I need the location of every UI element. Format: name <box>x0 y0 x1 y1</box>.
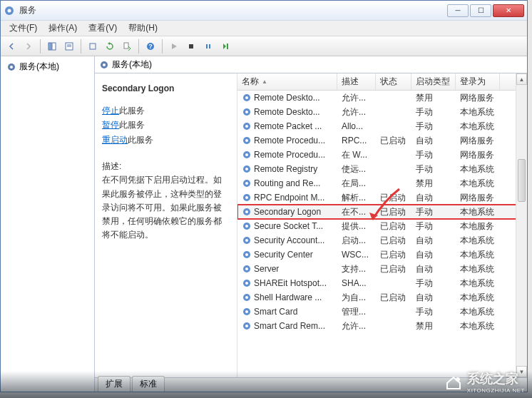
toolbar: ? <box>1 36 527 56</box>
col-name[interactable]: 名称▲ <box>237 73 337 90</box>
gear-icon <box>6 62 16 72</box>
svg-point-32 <box>245 182 248 185</box>
svg-rect-2 <box>48 43 51 50</box>
pause-service-button[interactable] <box>200 39 216 54</box>
menubar: 文件(F) 操作(A) 查看(V) 帮助(H) <box>1 21 527 36</box>
table-row[interactable]: Secure Socket T...提供...已启动手动本地服务 <box>237 219 527 233</box>
svg-point-16 <box>10 66 13 68</box>
restart-service-button[interactable] <box>218 39 233 54</box>
svg-rect-12 <box>206 44 208 49</box>
list-header: 名称▲ 描述 状态 启动类型 登录为 <box>237 73 527 91</box>
svg-point-22 <box>245 111 248 113</box>
svg-point-26 <box>245 139 248 142</box>
content-pane: 服务(本地) Secondary Logon 停止此服务 暂停此服务 重启动此服… <box>95 56 527 392</box>
table-row[interactable]: Remote Procedu...在 W...手动网络服务 <box>237 148 527 162</box>
svg-rect-7 <box>90 44 96 49</box>
table-row[interactable]: Routing and Re...在局...禁用本地系统 <box>237 176 527 190</box>
vertical-scrollbar[interactable]: ▲ ▼ <box>516 73 527 377</box>
col-desc[interactable]: 描述 <box>337 73 376 90</box>
table-row[interactable]: Smart Card Rem...允许...禁用本地系统 <box>237 319 527 333</box>
svg-point-38 <box>245 225 248 228</box>
close-button[interactable]: ✕ <box>493 4 524 17</box>
table-row[interactable]: Remote Deskto...允许...手动本地系统 <box>237 105 527 119</box>
table-row[interactable]: Remote Registry使远...手动本地系统 <box>237 162 527 176</box>
tree-item-services-local[interactable]: 服务(本地) <box>4 59 91 74</box>
svg-point-18 <box>103 63 106 66</box>
scroll-up-button[interactable]: ▲ <box>516 73 527 85</box>
menu-file[interactable]: 文件(F) <box>4 21 43 36</box>
svg-point-46 <box>245 282 248 285</box>
minimize-button[interactable]: ─ <box>447 4 469 17</box>
table-row[interactable]: Security CenterWSC...已启动自动本地系统 <box>237 248 527 262</box>
watermark: 系统之家 XITONGZHIJIA.NET <box>444 370 525 394</box>
svg-point-40 <box>245 239 248 242</box>
svg-rect-14 <box>227 44 228 49</box>
show-hide-button[interactable] <box>44 39 60 54</box>
refresh-button[interactable] <box>102 39 118 54</box>
svg-point-24 <box>245 125 248 128</box>
desc-text: 在不同凭据下启用启动过程。如果此服务被停止，这种类型的登录访问将不可用。如果此服… <box>102 173 230 242</box>
svg-text:?: ? <box>148 43 153 50</box>
help-button[interactable]: ? <box>143 39 158 54</box>
svg-point-20 <box>245 96 248 99</box>
stop-service-button[interactable] <box>183 39 199 54</box>
detail-pane: Secondary Logon 停止此服务 暂停此服务 重启动此服务 描述: 在… <box>95 73 237 392</box>
menu-view[interactable]: 查看(V) <box>83 21 123 36</box>
services-icon <box>4 5 15 16</box>
table-row[interactable]: Remote Packet ...Allo...手动本地系统 <box>237 119 527 133</box>
scroll-thumb[interactable] <box>518 159 526 202</box>
svg-point-53 <box>456 377 460 382</box>
forward-button[interactable] <box>21 39 36 54</box>
sort-asc-icon: ▲ <box>262 78 267 85</box>
svg-point-48 <box>245 296 248 299</box>
col-status[interactable]: 状态 <box>376 73 411 90</box>
window-title: 服务 <box>19 4 447 16</box>
menu-help[interactable]: 帮助(H) <box>123 21 163 36</box>
svg-point-36 <box>245 210 248 213</box>
stop-link[interactable]: 停止 <box>102 106 119 116</box>
desc-label: 描述: <box>102 160 230 173</box>
svg-point-1 <box>8 9 11 12</box>
menu-action[interactable]: 操作(A) <box>43 21 83 36</box>
col-start[interactable]: 启动类型 <box>411 73 456 90</box>
titlebar: 服务 ─ ☐ ✕ <box>1 1 527 21</box>
watermark-logo-icon <box>444 373 463 392</box>
table-row[interactable]: RPC Endpoint M...解析...已启动自动网络服务 <box>237 190 527 205</box>
restart-link[interactable]: 重启动 <box>102 135 128 145</box>
svg-point-34 <box>245 196 248 199</box>
list-body[interactable]: Remote Deskto...允许...禁用网络服务Remote Deskto… <box>237 91 527 392</box>
start-service-button[interactable] <box>166 39 182 54</box>
table-row[interactable]: Secondary Logon在不...已启动手动本地系统 <box>237 205 527 219</box>
export-list-button[interactable] <box>119 39 135 54</box>
svg-rect-3 <box>52 43 56 50</box>
gear-icon <box>99 60 109 70</box>
back-button[interactable] <box>4 39 19 54</box>
services-window: 服务 ─ ☐ ✕ 文件(F) 操作(A) 查看(V) 帮助(H) ? <box>0 0 528 392</box>
svg-rect-13 <box>209 44 210 49</box>
table-row[interactable]: Shell Hardware ...为自...已启动自动本地系统 <box>237 290 527 305</box>
svg-point-30 <box>245 168 248 170</box>
tree-pane: 服务(本地) <box>1 56 95 392</box>
table-row[interactable]: Server支持...已启动自动本地系统 <box>237 262 527 276</box>
content-header: 服务(本地) <box>95 56 527 73</box>
table-row[interactable]: Remote Deskto...允许...禁用网络服务 <box>237 91 527 105</box>
svg-point-52 <box>245 325 248 327</box>
svg-point-44 <box>245 267 248 270</box>
table-row[interactable]: Smart Card管理...手动本地系统 <box>237 305 527 319</box>
properties-button[interactable] <box>61 39 77 54</box>
pause-link[interactable]: 暂停 <box>102 120 119 130</box>
svg-rect-11 <box>189 44 193 49</box>
col-logon[interactable]: 登录为 <box>456 73 500 90</box>
svg-point-42 <box>245 253 248 256</box>
table-row[interactable]: Remote Procedu...RPC...已启动自动网络服务 <box>237 133 527 148</box>
service-list: 名称▲ 描述 状态 启动类型 登录为 Remote Deskto...允许...… <box>237 73 527 392</box>
export-button[interactable] <box>85 39 101 54</box>
selected-service-title: Secondary Logon <box>102 83 230 93</box>
table-row[interactable]: Security Account...启动...已启动自动本地系统 <box>237 233 527 248</box>
svg-point-50 <box>245 310 248 313</box>
svg-rect-8 <box>124 43 128 49</box>
svg-point-28 <box>245 153 248 156</box>
table-row[interactable]: SHAREit Hotspot...SHA...手动本地系统 <box>237 276 527 290</box>
maximize-button[interactable]: ☐ <box>470 4 491 17</box>
